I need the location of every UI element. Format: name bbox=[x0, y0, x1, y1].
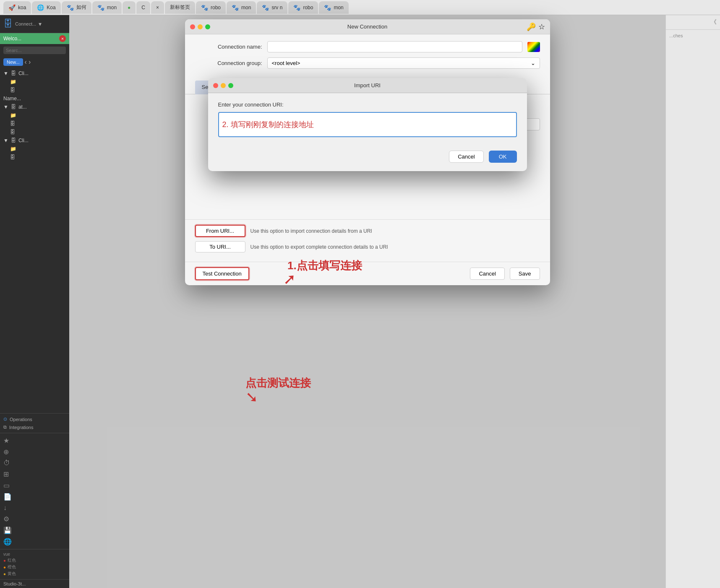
tab-ruhe[interactable]: 🐾 如何 bbox=[62, 1, 91, 14]
tab-icon-robo2: 🐾 bbox=[293, 4, 300, 11]
import-uri-title: Import URI bbox=[354, 82, 381, 88]
browser-tab-bar: 🚀 koa 🌐 Koa 🐾 如何 🐾 mon ● C × 新标签页 🐾 robo… bbox=[0, 0, 720, 15]
sidebar-item-db2[interactable]: 🗄 bbox=[0, 120, 69, 128]
close-welcome-icon[interactable]: × bbox=[59, 35, 66, 42]
import-traffic-light-maximize[interactable] bbox=[228, 83, 233, 88]
to-uri-button[interactable]: To URI... bbox=[195, 241, 245, 252]
bookmark-icon[interactable]: ★ bbox=[3, 437, 66, 445]
sidebar-forward-button[interactable]: › bbox=[29, 58, 31, 66]
tab-icon-koa2: 🌐 bbox=[37, 4, 44, 11]
tab-robo1[interactable]: 🐾 robo bbox=[196, 1, 226, 14]
tab-icon-koa: 🚀 bbox=[8, 4, 16, 11]
folder-icon-1: 📁 bbox=[10, 79, 16, 85]
import-traffic-light-close[interactable] bbox=[213, 83, 218, 88]
sidebar-item-cli2[interactable]: ▼ 🗄 Cli... bbox=[0, 136, 69, 145]
new-connection-button[interactable]: New... bbox=[3, 58, 23, 66]
connection-group-label: Connection group: bbox=[195, 60, 262, 66]
tab-label-srv: srv n bbox=[271, 5, 282, 10]
sidebar-item-db3[interactable]: 🗄 bbox=[0, 128, 69, 136]
sidebar-back-button[interactable]: ‹ bbox=[25, 58, 27, 66]
import-traffic-light-minimize[interactable] bbox=[221, 83, 226, 88]
import-uri-cancel-button[interactable]: Cancel bbox=[449, 151, 483, 163]
chevron-left-button[interactable]: 《 bbox=[711, 18, 717, 26]
tab-dot[interactable]: ● bbox=[123, 1, 136, 14]
tab-label-mon3: mon bbox=[334, 5, 343, 10]
label-yellow: ● 黄色 bbox=[3, 571, 66, 577]
welcome-tab[interactable]: Welco... × bbox=[0, 33, 69, 44]
test-connection-button[interactable]: Test Connection bbox=[195, 267, 249, 280]
network-icon[interactable]: 🌐 bbox=[3, 538, 66, 546]
sidebar-item-db1[interactable]: 🗄 bbox=[0, 86, 69, 94]
sidebar-item-name[interactable]: Name... bbox=[0, 94, 69, 103]
sidebar-item-label-at: at... bbox=[18, 104, 27, 110]
dialog-save-button[interactable]: Save bbox=[510, 268, 540, 280]
sidebar-item-db4[interactable]: 🗄 bbox=[0, 153, 69, 161]
disk-icon[interactable]: 💾 bbox=[3, 526, 66, 534]
tab-koa[interactable]: 🚀 koa bbox=[3, 1, 31, 14]
main-layout: 🗄 Connect... ▾ Welco... × New... ‹ › ▼ 🗄… bbox=[0, 15, 720, 588]
tab-icon-mon2: 🐾 bbox=[232, 4, 239, 11]
color-grid-picker[interactable] bbox=[527, 42, 540, 52]
sidebar-item-cli1[interactable]: ▼ 🗄 Cli... bbox=[0, 69, 69, 78]
sidebar-item-folder1[interactable]: 📁 bbox=[0, 78, 69, 86]
sidebar-item-folder3[interactable]: 📁 bbox=[0, 145, 69, 153]
tab-robo2[interactable]: 🐾 robo bbox=[288, 1, 318, 14]
expand-icon-cli2: ▼ bbox=[3, 138, 8, 143]
apps-icon[interactable]: ⊞ bbox=[3, 470, 66, 478]
connection-group-select[interactable]: <root level> ⌄ bbox=[267, 57, 540, 69]
connection-name-input[interactable] bbox=[272, 44, 518, 50]
db-small-icon-2: 🗄 bbox=[10, 121, 15, 127]
sidebar-top: 🗄 Connect... ▾ bbox=[0, 15, 69, 33]
download-icon[interactable]: ↓ bbox=[3, 504, 66, 512]
sidebar-item-folder2[interactable]: 📁 bbox=[0, 111, 69, 120]
tab-close[interactable]: × bbox=[151, 1, 164, 14]
tab-label-koa2: Koa bbox=[47, 5, 55, 10]
right-panel: 《 ...ches bbox=[665, 15, 720, 588]
from-uri-button[interactable]: From URI... bbox=[195, 225, 245, 237]
sidebar-item-at[interactable]: ▼ 🗄 at... bbox=[0, 103, 69, 111]
db-small-icon-4: 🗄 bbox=[10, 154, 15, 160]
sidebar-bottom-integrations[interactable]: ⧉ Integrations bbox=[3, 423, 66, 431]
tab-new[interactable]: 新标签页 bbox=[165, 1, 195, 14]
sidebar-bottom: ⊙ Operations ⧉ Integrations bbox=[0, 413, 69, 433]
traffic-light-close[interactable] bbox=[190, 24, 195, 29]
import-uri-titlebar: Import URI bbox=[208, 78, 527, 93]
tab-label-ruhe: 如何 bbox=[76, 4, 86, 11]
wifi-icon[interactable]: ⊕ bbox=[3, 448, 66, 456]
to-uri-row: To URI... Use this option to export comp… bbox=[195, 241, 540, 252]
sidebar-bottom-operations[interactable]: ⊙ Operations bbox=[3, 415, 66, 423]
import-uri-body: Enter your connection URI: 2. 填写刚刚复制的连接地… bbox=[208, 93, 527, 146]
tab-icon-srv: 🐾 bbox=[262, 4, 269, 11]
settings-icon[interactable]: ⚙ bbox=[3, 515, 66, 523]
tab-mon3[interactable]: 🐾 mon bbox=[319, 1, 348, 14]
traffic-light-minimize[interactable] bbox=[198, 24, 203, 29]
expand-icon-at: ▼ bbox=[3, 104, 8, 110]
dialog-titlebar: New Connection 🔑 ☆ bbox=[185, 19, 550, 34]
operations-icon: ⊙ bbox=[3, 416, 7, 422]
tab-mon[interactable]: 🐾 mon bbox=[92, 1, 122, 14]
dialog-cancel-button[interactable]: Cancel bbox=[470, 268, 504, 280]
star-icon[interactable]: ☆ bbox=[538, 22, 545, 31]
dialog-background: New Connection 🔑 ☆ Connection name: bbox=[69, 15, 665, 588]
doc-icon[interactable]: 📄 bbox=[3, 493, 66, 501]
from-uri-row: From URI... Use this option to import co… bbox=[195, 225, 540, 237]
tab-label-mon2: mon bbox=[241, 5, 251, 10]
sidebar-connections: ▼ 🗄 Cli... 📁 🗄 Name... ▼ 🗄 at... 📁 bbox=[0, 68, 69, 163]
content-area: New Connection 🔑 ☆ Connection name: bbox=[69, 15, 665, 588]
tab-koa2[interactable]: 🌐 Koa bbox=[32, 1, 60, 14]
traffic-light-maximize[interactable] bbox=[205, 24, 210, 29]
desktop-icon[interactable]: ▭ bbox=[3, 481, 66, 489]
import-uri-ok-button[interactable]: OK bbox=[489, 151, 517, 163]
import-uri-input[interactable] bbox=[218, 112, 517, 137]
connection-name-row: Connection name: bbox=[195, 41, 540, 52]
tab-icon-robo1: 🐾 bbox=[201, 4, 208, 11]
key-icon[interactable]: 🔑 bbox=[527, 22, 536, 31]
tab-mon2[interactable]: 🐾 mon bbox=[227, 1, 256, 14]
recent-icon[interactable]: ⏱ bbox=[3, 459, 66, 467]
connection-group-row: Connection group: <root level> ⌄ bbox=[195, 57, 540, 69]
tab-label-new: 新标签页 bbox=[170, 4, 190, 11]
tab-srv[interactable]: 🐾 srv n bbox=[257, 1, 287, 14]
tab-icon-mon: 🐾 bbox=[97, 4, 104, 11]
sidebar-search-input[interactable] bbox=[3, 47, 66, 54]
tab-c[interactable]: C bbox=[136, 1, 150, 14]
